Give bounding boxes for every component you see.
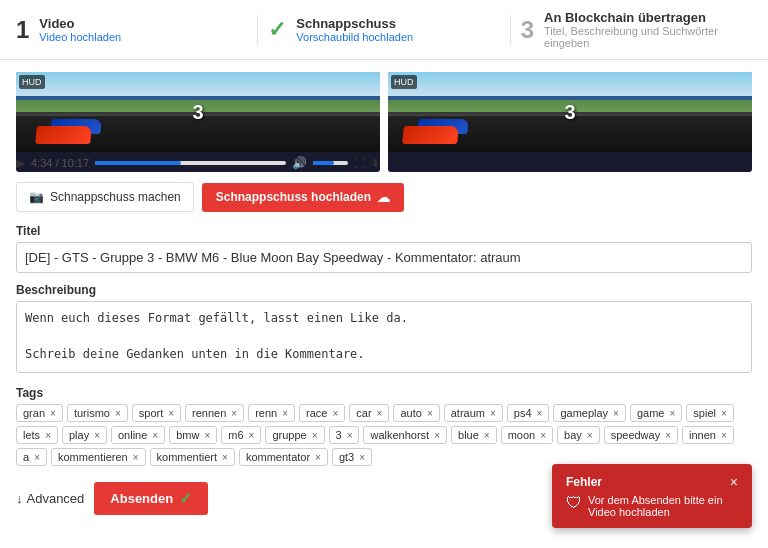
tag-label: sport [139, 407, 163, 419]
tag-label: bay [564, 429, 582, 441]
tag-remove-icon[interactable]: × [204, 430, 210, 441]
tag-item: turismo× [67, 404, 128, 422]
tag-item: sport× [132, 404, 181, 422]
video-lap-number-left: 3 [192, 101, 203, 124]
toast-body: 🛡 Vor dem Absenden bitte ein Video hochl… [566, 494, 738, 518]
tag-item: gruppe× [265, 426, 324, 444]
step2-number: ✓ [268, 19, 286, 41]
step-2: ✓ Schnappschuss Vorschaubild hochladen [268, 16, 499, 43]
tag-remove-icon[interactable]: × [427, 408, 433, 419]
camera-icon: 📷 [29, 190, 44, 204]
advanced-button[interactable]: ↓ Advanced [16, 491, 84, 506]
tag-remove-icon[interactable]: × [50, 408, 56, 419]
tag-remove-icon[interactable]: × [537, 408, 543, 419]
toast-title: Fehler [566, 475, 602, 489]
tag-item: blue× [451, 426, 497, 444]
tag-remove-icon[interactable]: × [484, 430, 490, 441]
tag-remove-icon[interactable]: × [613, 408, 619, 419]
submit-label: Absenden [110, 491, 173, 506]
checkmark-icon: ✓ [179, 489, 192, 508]
tag-remove-icon[interactable]: × [231, 408, 237, 419]
tag-label: online [118, 429, 147, 441]
tag-remove-icon[interactable]: × [133, 452, 139, 463]
tag-item: auto× [393, 404, 439, 422]
toast-message: Vor dem Absenden bitte ein Video hochlad… [588, 494, 738, 518]
step-3: 3 An Blockchain übertragen Titel, Beschr… [521, 10, 752, 49]
tag-remove-icon[interactable]: × [669, 408, 675, 419]
cloud-upload-icon: ☁ [377, 190, 390, 205]
step1-number: 1 [16, 18, 29, 42]
tag-item: m6× [221, 426, 261, 444]
tag-label: gt3 [339, 451, 354, 463]
tag-remove-icon[interactable]: × [249, 430, 255, 441]
volume-fill [313, 161, 334, 165]
tag-remove-icon[interactable]: × [222, 452, 228, 463]
tag-label: lets [23, 429, 40, 441]
stepper: 1 Video Video hochladen ✓ Schnappschuss … [0, 0, 768, 60]
tag-remove-icon[interactable]: × [332, 408, 338, 419]
tag-label: kommentieren [58, 451, 128, 463]
tag-remove-icon[interactable]: × [152, 430, 158, 441]
volume-icon[interactable]: 🔊 [292, 156, 307, 170]
tags-label: Tags [16, 386, 752, 400]
take-screenshot-button[interactable]: 📷 Schnappschuss machen [16, 182, 194, 212]
tag-label: renn [255, 407, 277, 419]
progress-bar[interactable] [95, 161, 286, 165]
toast-close-button[interactable]: × [730, 474, 738, 490]
step2-sub[interactable]: Vorschaubild hochladen [296, 31, 413, 43]
description-textarea[interactable]: Wenn euch dieses Format gefällt, lasst e… [16, 301, 752, 373]
tag-remove-icon[interactable]: × [540, 430, 546, 441]
tag-label: gameplay [560, 407, 608, 419]
tag-label: ps4 [514, 407, 532, 419]
step3-title: An Blockchain übertragen [544, 10, 752, 25]
tag-remove-icon[interactable]: × [34, 452, 40, 463]
tag-item: gameplay× [553, 404, 626, 422]
step1-title: Video [39, 16, 121, 31]
time-display: 4:34 / 10:17 [31, 157, 89, 169]
tag-remove-icon[interactable]: × [282, 408, 288, 419]
title-label: Titel [16, 224, 752, 238]
tag-remove-icon[interactable]: × [377, 408, 383, 419]
tag-remove-icon[interactable]: × [315, 452, 321, 463]
upload-screenshot-button[interactable]: Schnappschuss hochladen ☁ [202, 183, 404, 212]
tag-item: gran× [16, 404, 63, 422]
progress-fill [95, 161, 181, 165]
play-button[interactable]: ▶ [16, 156, 25, 170]
volume-bar[interactable] [313, 161, 348, 165]
tag-remove-icon[interactable]: × [115, 408, 121, 419]
tag-remove-icon[interactable]: × [721, 430, 727, 441]
video-thumbnail-left: HUD 3 [16, 72, 380, 152]
tag-label: race [306, 407, 327, 419]
title-input[interactable] [16, 242, 752, 273]
tag-remove-icon[interactable]: × [94, 430, 100, 441]
screenshot-actions: 📷 Schnappschuss machen Schnappschuss hoc… [16, 182, 752, 212]
tag-remove-icon[interactable]: × [312, 430, 318, 441]
tag-remove-icon[interactable]: × [587, 430, 593, 441]
shield-icon: 🛡 [566, 494, 582, 512]
tag-remove-icon[interactable]: × [490, 408, 496, 419]
tag-label: kommentiert [157, 451, 218, 463]
submit-button[interactable]: Absenden ✓ [94, 482, 208, 515]
tag-item: a× [16, 448, 47, 466]
tag-remove-icon[interactable]: × [359, 452, 365, 463]
download-button[interactable]: ⬇ [371, 157, 380, 170]
tag-remove-icon[interactable]: × [168, 408, 174, 419]
video-controls: ▶ 4:34 / 10:17 🔊 ⛶ ⬇ [16, 152, 380, 172]
fullscreen-button[interactable]: ⛶ [354, 157, 365, 169]
tag-remove-icon[interactable]: × [45, 430, 51, 441]
tag-remove-icon[interactable]: × [347, 430, 353, 441]
step1-info: Video Video hochladen [39, 16, 121, 43]
tag-item: bmw× [169, 426, 217, 444]
tag-item: kommentiert× [150, 448, 235, 466]
step1-sub[interactable]: Video hochladen [39, 31, 121, 43]
tag-remove-icon[interactable]: × [665, 430, 671, 441]
tag-item: moon× [501, 426, 553, 444]
tag-remove-icon[interactable]: × [434, 430, 440, 441]
tag-remove-icon[interactable]: × [721, 408, 727, 419]
step2-info: Schnappschuss Vorschaubild hochladen [296, 16, 413, 43]
tag-label: innen [689, 429, 716, 441]
step-divider-1 [257, 15, 258, 45]
step-divider-2 [510, 15, 511, 45]
step3-info: An Blockchain übertragen Titel, Beschrei… [544, 10, 752, 49]
tag-item: gt3× [332, 448, 372, 466]
